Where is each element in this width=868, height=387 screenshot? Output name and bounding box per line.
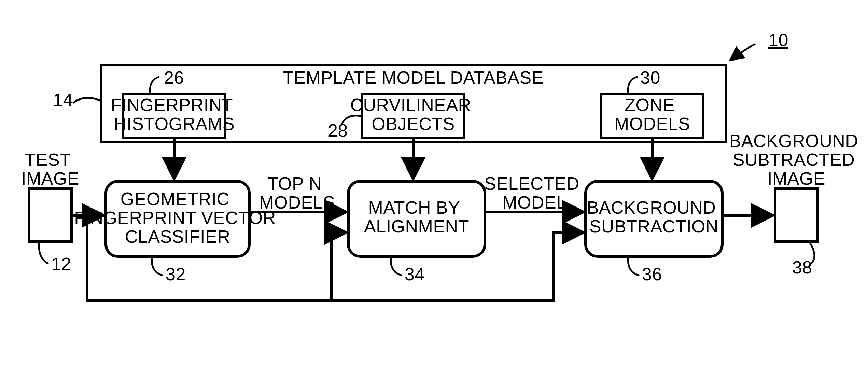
- match-ref: 34: [405, 264, 425, 284]
- database-title: TEMPLATE MODEL DATABASE: [283, 68, 544, 88]
- arrow-bus-to-subtract: [553, 232, 582, 301]
- edge-top-n-label: TOP N MODELS: [259, 174, 335, 212]
- curvilinear-ref: 28: [328, 121, 348, 141]
- svg-rect-4: [29, 189, 72, 242]
- test-image-box: TEST IMAGE 12: [21, 150, 79, 274]
- output-image-label: BACKGROUND SUBTRACTED IMAGE: [729, 131, 864, 188]
- subtract-box: BACKGROUND SUBTRACTION 36: [586, 181, 722, 284]
- classifier-box: GEOMETRIC FINGERPRINT VECTOR CLASSIFIER …: [74, 181, 281, 284]
- arrow-bus-to-match: [331, 232, 345, 301]
- match-box: MATCH BY ALIGNMENT 34: [348, 181, 485, 284]
- test-image-label: TEST IMAGE: [21, 150, 79, 188]
- zone-ref: 30: [640, 68, 660, 88]
- diagram-ref-label: 10: [768, 30, 788, 50]
- match-label: MATCH BY ALIGNMENT: [364, 198, 469, 236]
- output-image-box: BACKGROUND SUBTRACTED IMAGE 38: [729, 131, 864, 277]
- fingerprint-label: FINGERPRINT HISTOGRAMS: [111, 95, 238, 134]
- edge-selected-label: SELECTED MODEL: [484, 174, 584, 212]
- database-ref: 14: [53, 90, 73, 110]
- test-image-ref: 12: [51, 254, 71, 274]
- svg-rect-5: [775, 189, 818, 242]
- subtract-label: BACKGROUND SUBTRACTION: [587, 198, 721, 236]
- diagram-ref-10: 10: [731, 30, 788, 60]
- fingerprint-ref: 26: [164, 68, 184, 88]
- zone-label: ZONE MODELS: [614, 95, 690, 134]
- output-image-ref: 38: [792, 257, 812, 277]
- classifier-ref: 32: [166, 264, 186, 284]
- subtract-ref: 36: [642, 264, 662, 284]
